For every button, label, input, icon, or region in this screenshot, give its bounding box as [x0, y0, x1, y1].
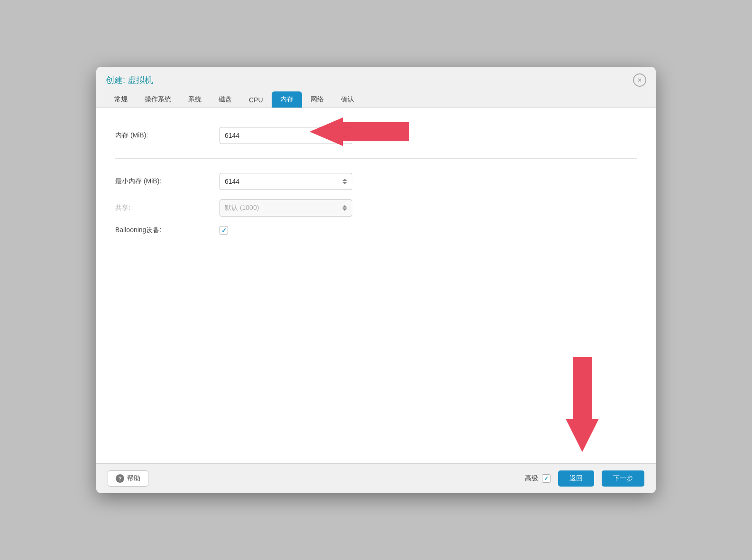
dialog-body: 内存 (MiB): 6144 ⌄ 最小内存 (MiB): 6144 [96, 108, 656, 463]
memory-section: 内存 (MiB): 6144 ⌄ [115, 122, 637, 159]
ballooning-row: Ballooning设备: [115, 221, 637, 239]
dropdown-arrow-icon: ⌄ [342, 132, 347, 139]
advanced-checkbox[interactable] [542, 474, 550, 483]
help-icon: ? [116, 474, 124, 483]
memory-label: 内存 (MiB): [115, 131, 220, 140]
memory-row: 内存 (MiB): 6144 ⌄ [115, 122, 637, 149]
min-memory-row: 最小内存 (MiB): 6144 [115, 168, 637, 195]
tab-system[interactable]: 系统 [180, 91, 210, 108]
footer-right: 高级 返回 下一步 [525, 470, 644, 487]
min-memory-spinner[interactable]: 6144 [220, 173, 352, 190]
shares-label: 共享: [115, 204, 220, 212]
create-vm-dialog: 创建: 虚拟机 × 常规 操作系统 系统 磁盘 CPU 内存 网络 确认 内存 … [96, 67, 656, 493]
next-button[interactable]: 下一步 [602, 470, 644, 487]
title-row: 创建: 虚拟机 × [106, 73, 646, 87]
tab-cpu[interactable]: CPU [240, 92, 272, 108]
tab-network[interactable]: 网络 [302, 91, 332, 108]
ballooning-checkbox[interactable] [220, 226, 228, 235]
help-button[interactable]: ? 帮助 [108, 470, 148, 487]
dialog-title: 创建: 虚拟机 [106, 74, 153, 86]
tab-general[interactable]: 常规 [106, 91, 136, 108]
shares-up-icon [342, 205, 347, 208]
ballooning-checkbox-wrapper [220, 226, 228, 235]
spinner-arrows [342, 175, 347, 188]
dialog-header: 创建: 虚拟机 × 常规 操作系统 系统 磁盘 CPU 内存 网络 确认 [96, 67, 656, 108]
tab-confirm[interactable]: 确认 [332, 91, 363, 108]
spinner-up-icon[interactable] [342, 179, 347, 181]
shares-down-icon [342, 208, 347, 211]
advanced-row: 高级 [525, 474, 550, 483]
min-memory-label: 最小内存 (MiB): [115, 177, 220, 186]
ballooning-label: Ballooning设备: [115, 226, 220, 235]
shares-arrows [342, 202, 347, 214]
shares-row: 共享: 默认 (1000) [115, 195, 637, 221]
min-memory-input[interactable]: 6144 [225, 178, 342, 185]
dialog-footer: ? 帮助 高级 返回 下一步 [96, 463, 656, 493]
back-button[interactable]: 返回 [558, 470, 594, 487]
memory-value: 6144 [225, 132, 239, 139]
close-button[interactable]: × [633, 73, 646, 87]
tabs-container: 常规 操作系统 系统 磁盘 CPU 内存 网络 确认 [106, 91, 646, 108]
memory-dropdown[interactable]: 6144 ⌄ [220, 127, 352, 144]
help-label: 帮助 [127, 474, 140, 483]
tab-disk[interactable]: 磁盘 [210, 91, 240, 108]
annotation-arrow-next [566, 357, 599, 454]
tab-memory[interactable]: 内存 [272, 91, 302, 108]
svg-marker-1 [566, 357, 599, 452]
advanced-label: 高级 [525, 474, 538, 483]
tab-os[interactable]: 操作系统 [136, 91, 180, 108]
shares-input: 默认 (1000) [225, 204, 342, 212]
spinner-down-icon[interactable] [342, 182, 347, 184]
shares-spinner: 默认 (1000) [220, 199, 352, 217]
footer-left: ? 帮助 [108, 470, 148, 487]
